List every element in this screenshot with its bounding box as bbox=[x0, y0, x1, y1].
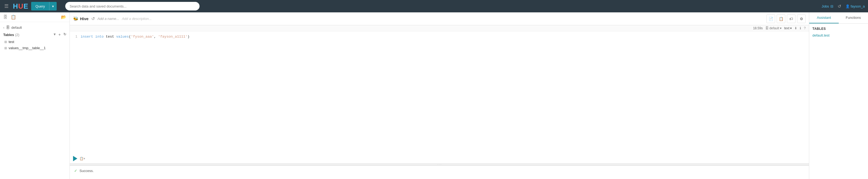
refresh-icon[interactable]: ↻ bbox=[63, 32, 66, 37]
search-input[interactable] bbox=[65, 2, 199, 10]
hamburger-menu[interactable]: ☰ bbox=[3, 2, 10, 10]
jobs-icon: ⊟ bbox=[830, 4, 833, 8]
editor-area: 🐝 Hive ↺ Add a name... Add a description… bbox=[70, 12, 809, 179]
save-doc-button[interactable]: 📄 bbox=[767, 14, 775, 23]
status-format-arrow: ▾ bbox=[790, 26, 792, 30]
tables-actions: ▾ ＋ ↻ bbox=[54, 32, 66, 37]
success-check-icon: ✓ bbox=[74, 169, 78, 173]
tables-label: Tables bbox=[3, 33, 14, 37]
editor-toolbar: 🐝 Hive ↺ Add a name... Add a description… bbox=[70, 12, 809, 25]
status-format-label: text bbox=[784, 26, 789, 30]
filter-icon[interactable]: ▾ bbox=[54, 32, 56, 37]
success-text: Success. bbox=[80, 169, 94, 173]
tables-count: (2) bbox=[15, 33, 19, 37]
username-label: fayson_a bbox=[850, 4, 865, 8]
table-icon-2: ⊞ bbox=[4, 46, 7, 50]
tab-functions[interactable]: Functions bbox=[839, 12, 868, 23]
results-area: ✓ Success. bbox=[70, 166, 809, 179]
line-number-1: 1 bbox=[70, 35, 81, 39]
app-logo: HUE bbox=[13, 2, 28, 10]
right-panel-tabs: Assistant Functions bbox=[809, 12, 868, 24]
run-button-area: 📋▾ bbox=[70, 154, 809, 163]
navbar: ☰ HUE Query ▾ Jobs ⊟ ↺ 👤 fayson_a bbox=[0, 0, 868, 12]
editor-name-field[interactable]: Add a name... bbox=[97, 17, 119, 21]
editor-undo-button[interactable]: ↺ bbox=[91, 16, 95, 21]
code-editor[interactable]: 1 insert into test values('fyson_aaa', '… bbox=[70, 31, 809, 154]
db-icon: 🗄 bbox=[6, 25, 10, 30]
sidebar-table-tmp[interactable]: ⊞ values__tmp__table__1 bbox=[3, 45, 66, 51]
table-name-test: test bbox=[9, 40, 14, 44]
bee-icon: 🐝 bbox=[73, 16, 79, 21]
status-db-arrow: ▾ bbox=[780, 26, 781, 30]
db-icon-status: 🗄 bbox=[766, 26, 769, 30]
settings-button[interactable]: ⚙ bbox=[797, 14, 806, 23]
status-info-icon[interactable]: ℹ bbox=[800, 26, 801, 30]
jobs-label: Jobs bbox=[822, 4, 829, 8]
tables-section-title: Tables bbox=[812, 27, 865, 31]
engine-label: 🐝 Hive bbox=[73, 16, 89, 21]
code-line-1: 1 insert into test values('fyson_aaa', '… bbox=[70, 35, 809, 40]
tables-row: Tables (2) ▾ ＋ ↻ bbox=[3, 31, 66, 39]
sidebar-nav: ‹ 🗄 default Tables (2) ▾ ＋ ↻ ⊞ test ⊞ va… bbox=[0, 22, 69, 53]
db-name-label: default bbox=[11, 26, 22, 30]
sidebar-back-row[interactable]: ‹ 🗄 default bbox=[3, 24, 66, 31]
search-container bbox=[65, 2, 199, 10]
table-icon: ⊞ bbox=[4, 40, 7, 44]
status-db[interactable]: 🗄 default ▾ bbox=[766, 26, 781, 30]
run-extra-icon: 📋▾ bbox=[80, 157, 85, 160]
editor-statusbar: 18.59s 🗄 default ▾ text ▾ ⬇ ℹ ? bbox=[70, 25, 809, 31]
tag-button[interactable]: 🏷 bbox=[787, 14, 796, 23]
query-button-label[interactable]: Query bbox=[31, 2, 50, 10]
query-dropdown-arrow[interactable]: ▾ bbox=[50, 2, 57, 10]
status-format[interactable]: text ▾ bbox=[784, 26, 792, 30]
user-icon: 👤 bbox=[845, 4, 851, 8]
sidebar-browse-icon[interactable]: 📂 bbox=[61, 14, 66, 20]
sidebar-db-icon[interactable]: 🗄 bbox=[3, 15, 7, 20]
left-sidebar: 🗄 📋 📂 ‹ 🗄 default Tables (2) ▾ ＋ ↻ ⊞ bbox=[0, 12, 70, 179]
status-db-name: default bbox=[769, 26, 779, 30]
status-download-icon[interactable]: ⬇ bbox=[795, 26, 797, 30]
table-item-default-test[interactable]: default.test bbox=[812, 33, 865, 38]
new-doc-button[interactable]: 📋 bbox=[777, 14, 785, 23]
navbar-undo-button[interactable]: ↺ bbox=[838, 4, 841, 9]
engine-name: Hive bbox=[80, 17, 89, 21]
sidebar-table-test[interactable]: ⊞ test bbox=[3, 39, 66, 45]
sidebar-icons-row: 🗄 📋 📂 bbox=[0, 12, 69, 22]
query-button[interactable]: Query ▾ bbox=[31, 2, 57, 10]
code-content-1: insert into test values('fyson_aaa', 'fa… bbox=[81, 35, 809, 39]
table-name-tmp: values__tmp__table__1 bbox=[9, 46, 45, 50]
tab-assistant[interactable]: Assistant bbox=[809, 12, 839, 23]
back-arrow-icon: ‹ bbox=[3, 26, 4, 30]
user-menu[interactable]: 👤 fayson_a bbox=[845, 4, 865, 8]
editor-toolbar-right: 📄 📋 🏷 ⚙ bbox=[767, 14, 806, 23]
status-time: 18.59s bbox=[753, 26, 763, 30]
run-extra[interactable]: 📋▾ bbox=[80, 157, 85, 160]
results-success: ✓ Success. bbox=[74, 169, 805, 173]
panel-divider[interactable]: · · · bbox=[70, 163, 809, 166]
right-panel: Assistant Functions Tables default.test bbox=[809, 12, 868, 179]
main-layout: 🗄 📋 📂 ‹ 🗄 default Tables (2) ▾ ＋ ↻ ⊞ bbox=[0, 12, 868, 179]
jobs-button[interactable]: Jobs ⊟ bbox=[822, 4, 833, 8]
editor-desc-field[interactable]: Add a description... bbox=[122, 17, 152, 21]
add-table-icon[interactable]: ＋ bbox=[58, 32, 61, 37]
sidebar-copy-icon[interactable]: 📋 bbox=[11, 14, 16, 20]
navbar-right: Jobs ⊟ ↺ 👤 fayson_a bbox=[822, 4, 865, 9]
run-button[interactable] bbox=[73, 156, 78, 161]
status-help-icon[interactable]: ? bbox=[804, 26, 806, 30]
right-panel-content: Tables default.test bbox=[809, 24, 868, 179]
